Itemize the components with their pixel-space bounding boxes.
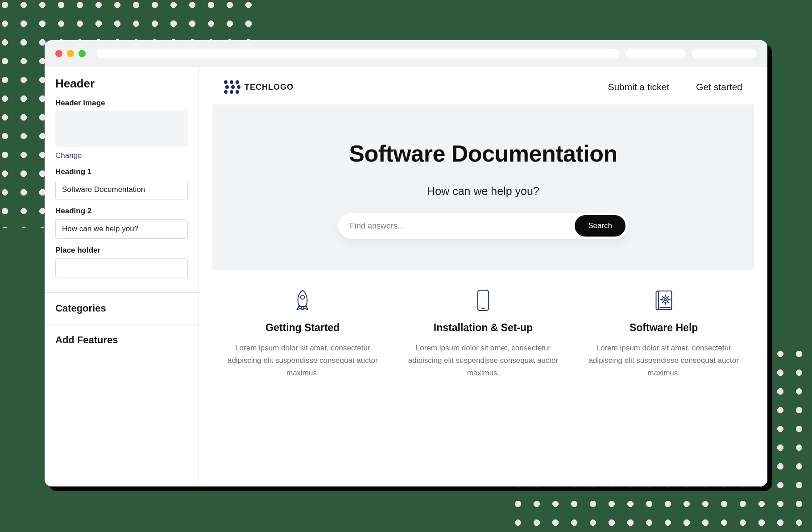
nav-links: Submit a ticket Get started — [608, 82, 742, 92]
card-software-help[interactable]: Software Help Lorem ipsum dolor sit amet… — [578, 288, 750, 379]
preview-canvas: TECHLOGO Submit a ticket Get started Sof… — [199, 67, 767, 486]
search-button[interactable]: Search — [575, 215, 626, 237]
search-input[interactable] — [350, 221, 575, 231]
svg-point-4 — [663, 297, 668, 302]
app-body: Header Header image Change Heading 1 Hea… — [45, 67, 767, 486]
card-body: Lorem ipsum dolor sit amet, consectetur … — [588, 342, 739, 379]
hero-heading-1: Software Documentation — [230, 140, 736, 167]
window-controls — [55, 50, 86, 57]
svg-point-5 — [664, 299, 666, 300]
card-title: Getting Started — [228, 322, 378, 334]
browser-url-bar[interactable] — [96, 49, 619, 58]
logo-mark-icon — [224, 80, 239, 94]
sidebar-section-add-features[interactable]: Add Features — [45, 324, 199, 356]
brand-text: TECHLOGO — [244, 83, 294, 92]
heading1-label: Heading 1 — [55, 167, 188, 176]
hero-heading-2: How can we help you? — [230, 185, 736, 198]
svg-rect-1 — [478, 290, 489, 311]
browser-titlebar — [45, 40, 767, 67]
site-top-nav: TECHLOGO Submit a ticket Get started — [212, 67, 754, 104]
book-gear-icon — [651, 288, 676, 313]
browser-window: Header Header image Change Heading 1 Hea… — [45, 40, 767, 486]
window-maximize-button[interactable] — [79, 50, 86, 57]
header-image-slot[interactable] — [55, 111, 188, 147]
browser-control-pill — [626, 49, 686, 58]
phone-icon — [471, 288, 496, 313]
svg-point-0 — [301, 295, 305, 299]
hero-section: Software Documentation How can we help y… — [212, 104, 754, 270]
card-installation[interactable]: Installation & Set-up Lorem ipsum dolor … — [398, 288, 569, 379]
window-close-button[interactable] — [55, 50, 62, 57]
card-body: Lorem ipsum dolor sit amet, consectetur … — [408, 342, 559, 379]
card-getting-started[interactable]: Getting Started Lorem ipsum dolor sit am… — [217, 288, 389, 379]
browser-control-pill — [692, 49, 757, 58]
nav-link-submit-ticket[interactable]: Submit a ticket — [608, 82, 669, 92]
heading2-input[interactable] — [55, 219, 188, 239]
heading1-input[interactable] — [55, 180, 188, 200]
brand-logo[interactable]: TECHLOGO — [224, 80, 294, 94]
card-title: Software Help — [588, 322, 739, 334]
change-image-link[interactable]: Change — [55, 151, 188, 160]
card-title: Installation & Set-up — [408, 322, 559, 334]
sidebar-section-categories[interactable]: Categories — [45, 292, 199, 324]
placeholder-label: Place holder — [55, 246, 188, 255]
header-image-label: Header image — [55, 99, 188, 108]
heading2-label: Heading 2 — [55, 207, 188, 216]
rocket-icon — [290, 288, 315, 313]
window-minimize-button[interactable] — [67, 50, 74, 57]
sidebar-section-header: Header — [55, 77, 188, 91]
placeholder-input[interactable] — [55, 258, 188, 278]
editor-sidebar: Header Header image Change Heading 1 Hea… — [45, 67, 199, 486]
nav-link-get-started[interactable]: Get started — [696, 82, 742, 92]
category-cards: Getting Started Lorem ipsum dolor sit am… — [212, 288, 754, 379]
search-bar: Search — [338, 213, 628, 239]
card-body: Lorem ipsum dolor sit amet, consectetur … — [228, 342, 378, 379]
